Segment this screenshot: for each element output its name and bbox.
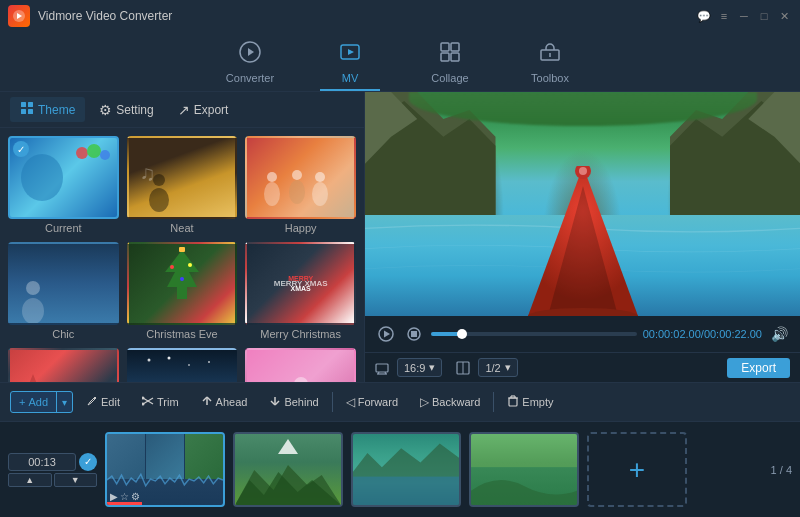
behind-button[interactable]: Behind [260,390,327,415]
theme-thumb-current: ✓ [8,136,119,219]
svg-point-46 [294,377,308,382]
add-dropdown[interactable]: ▾ [56,392,72,412]
theme-thumb-santa-claus [8,348,119,382]
time-up-button[interactable]: ▲ [8,473,52,487]
svg-marker-3 [248,48,254,56]
theme-chic-label: Chic [52,328,74,340]
theme-stripes-waves[interactable]: Stripes & Waves [245,348,356,382]
theme-neat[interactable]: Neat [127,136,238,234]
tab-collage[interactable]: Collage [400,32,500,91]
mv-icon [338,40,362,69]
theme-thumb-merry-christmas: MERRY XMAS [245,242,356,325]
backward-button[interactable]: ▷ Backward [411,390,489,414]
time-confirm-button[interactable]: ✓ [79,453,97,471]
svg-point-23 [292,170,302,180]
theme-neat-label: Neat [170,222,193,234]
svg-point-32 [180,277,184,281]
converter-icon [238,40,262,69]
main-nav: Converter MV Collage [0,32,800,92]
svg-marker-79 [278,439,298,454]
add-group: + Add ▾ [10,391,73,413]
chat-icon[interactable]: 💬 [696,8,712,24]
trim-button[interactable]: Trim [133,390,188,415]
time-down-button[interactable]: ▼ [54,473,98,487]
empty-button[interactable]: Empty [498,390,562,415]
export-tab-label: Export [194,103,229,117]
add-clip-button[interactable]: + [587,432,687,507]
theme-merry-christmas[interactable]: MERRY XMAS Merry Christmas [245,242,356,340]
clip-star-icon[interactable]: ☆ [120,491,129,502]
clip-3[interactable] [351,432,461,507]
time-display: 00:00:02.00/00:00:22.00 [643,328,762,340]
add-icon: + [19,396,25,408]
theme-happy[interactable]: Happy [245,136,356,234]
separator [332,392,333,412]
time-controls: ▲ ▼ [8,473,97,487]
close-icon[interactable]: ✕ [776,8,792,24]
svg-rect-13 [28,102,33,107]
volume-button[interactable]: 🔊 [768,323,790,345]
svg-point-31 [188,263,192,267]
svg-point-40 [147,359,150,362]
clip-2[interactable] [233,432,343,507]
svg-point-28 [22,298,44,323]
svg-rect-55 [376,364,388,372]
setting-tab[interactable]: ⚙ Setting [89,98,163,122]
theme-snowy-night[interactable]: ❄ ❄ Snowy Night [127,348,238,382]
clip-1[interactable]: ▶ ☆ ⚙ [105,432,225,507]
svg-rect-12 [21,102,26,107]
export-bar: 16:9 ▾ 1/2 ▾ Export [365,352,800,382]
theme-grid-icon [20,101,34,118]
clip-progress [107,502,142,505]
ratio-dropdown-icon: ▾ [429,361,435,374]
theme-tab[interactable]: Theme [10,97,85,122]
play-button[interactable] [375,323,397,345]
svg-rect-54 [411,331,417,337]
collage-icon [438,40,462,69]
time-input[interactable] [8,453,76,471]
tab-toolbox[interactable]: Toolbox [500,32,600,91]
trash-icon [507,395,519,410]
theme-christmas[interactable]: Christmas Eve [127,242,238,340]
setting-tab-label: Setting [116,103,153,117]
theme-current-label: Current [45,222,82,234]
svg-point-21 [267,172,277,182]
ratio-select[interactable]: 16:9 ▾ [397,358,442,377]
svg-rect-72 [509,398,517,406]
timeline: ✓ ▲ ▼ ▶ ☆ ⚙ [0,422,800,517]
theme-current[interactable]: ✓ Current [8,136,119,234]
svg-rect-33 [179,247,185,252]
add-button[interactable]: + Add [11,392,56,412]
edit-icon [86,395,98,410]
maximize-icon[interactable]: □ [756,8,772,24]
theme-happy-label: Happy [285,222,317,234]
progress-bar[interactable] [431,332,637,336]
clip-settings-icon[interactable]: ⚙ [131,491,140,502]
theme-christmas-label: Christmas Eve [146,328,218,340]
svg-point-30 [170,265,174,269]
tab-converter[interactable]: Converter [200,32,300,91]
tab-mv[interactable]: MV [300,32,400,91]
export-button[interactable]: Export [727,358,790,378]
export-tab[interactable]: ↗ Export [168,98,239,122]
ahead-button[interactable]: Ahead [192,390,257,415]
theme-santa-claus[interactable]: Santa Claus [8,348,119,382]
timeline-page-indicator: 1 / 4 [771,464,792,476]
forward-button[interactable]: ◁ Forward [337,390,407,414]
page-icon [456,361,470,375]
svg-point-18 [100,150,110,160]
svg-marker-38 [25,374,41,382]
clip-1-controls: ▶ ☆ ⚙ [110,491,140,502]
collage-label: Collage [431,72,468,84]
theme-chic[interactable]: Chic [8,242,119,340]
progress-thumb [457,329,467,339]
stop-button[interactable] [403,323,425,345]
clip-4[interactable] [469,432,579,507]
minimize-icon[interactable]: ─ [736,8,752,24]
svg-point-43 [208,361,210,363]
edit-button[interactable]: Edit [77,390,129,415]
clip-play-icon[interactable]: ▶ [110,491,118,502]
menu-icon[interactable]: ≡ [716,8,732,24]
page-select[interactable]: 1/2 ▾ [478,358,517,377]
converter-label: Converter [226,72,274,84]
